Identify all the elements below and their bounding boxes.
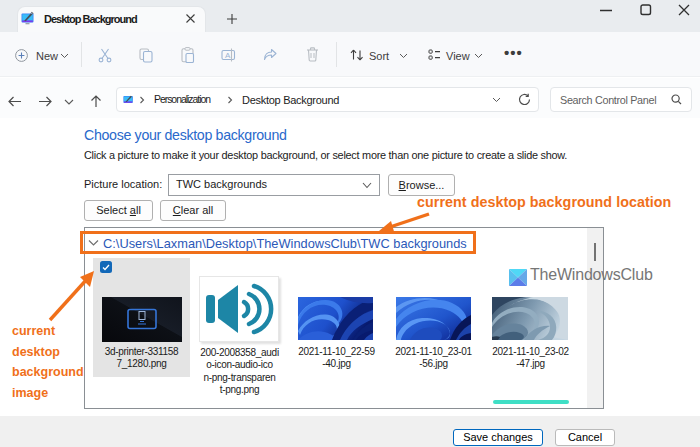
svg-text:A: A xyxy=(225,51,231,60)
